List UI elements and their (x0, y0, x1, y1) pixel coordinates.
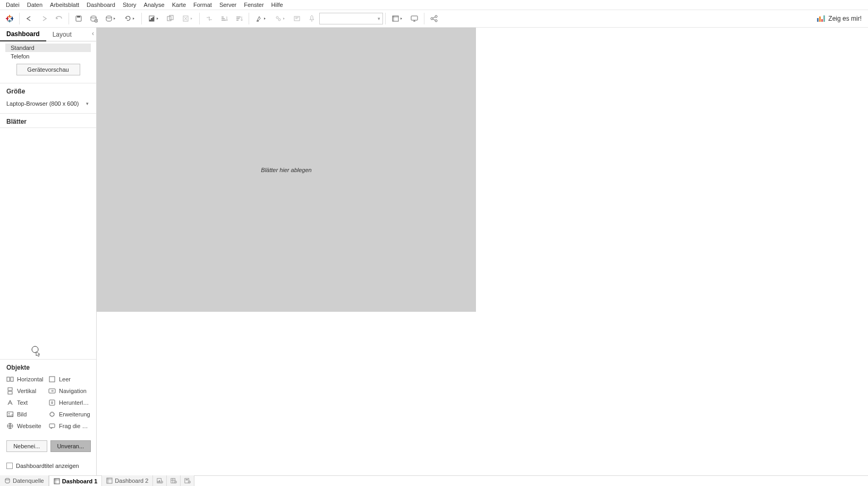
undo-icon[interactable] (22, 11, 37, 26)
object-herunterladen[interactable]: Herunterla... (48, 398, 91, 407)
tableau-logo-icon[interactable] (2, 11, 17, 26)
pin-icon[interactable] (304, 11, 319, 26)
menu-karte[interactable]: Karte (168, 1, 190, 8)
new-story-tab[interactable] (181, 475, 194, 486)
object-label: Frag die D... (59, 423, 91, 429)
dashboard-canvas[interactable]: Blätter hier ablegen (97, 28, 476, 312)
device-telefon[interactable]: Telefon (5, 52, 91, 61)
menu-hilfe[interactable]: Hilfe (268, 1, 287, 8)
tab-layout[interactable]: Layout (46, 28, 78, 41)
svg-rect-38 (819, 16, 821, 22)
separator (19, 13, 20, 24)
redo-icon[interactable] (37, 11, 52, 26)
object-frag-die-daten[interactable]: Frag die D... (48, 421, 91, 431)
menu-daten[interactable]: Daten (23, 1, 46, 8)
object-label: Text (17, 399, 28, 406)
clear-icon[interactable] (178, 11, 197, 26)
highlight-icon[interactable] (251, 11, 270, 26)
floating-button[interactable]: Unveran... (50, 440, 91, 452)
device-preview-list: Standard Telefon Gerätevorschau (0, 41, 96, 83)
size-dropdown[interactable]: Laptop-Browser (800 x 600) ▾ (6, 98, 91, 109)
vertical-layout-icon (6, 387, 14, 395)
presentation-mode-icon[interactable] (407, 11, 422, 26)
share-icon[interactable] (427, 11, 441, 26)
menu-dashboard[interactable]: Dashboard (83, 1, 119, 8)
object-navigation[interactable]: Navigation (48, 386, 91, 396)
svg-rect-22 (222, 20, 226, 21)
separator (424, 13, 424, 24)
tab-dashboard[interactable]: Dashboard (0, 28, 46, 41)
show-me-button[interactable]: Zeig es mir! (812, 15, 866, 22)
show-dashboard-title-checkbox[interactable]: Dashboardtitel anzeigen (0, 457, 96, 475)
tiled-button[interactable]: Nebenei... (6, 440, 47, 452)
tab-dashboard-2[interactable]: Dashboard 2 (102, 475, 153, 486)
group-icon[interactable] (270, 11, 290, 26)
sidebar-tabs: Dashboard Layout ‹ (0, 28, 96, 41)
separator (385, 13, 386, 24)
object-label: Erweiterung (59, 411, 90, 417)
fit-dropdown[interactable]: ▾ (319, 13, 383, 24)
svg-rect-51 (49, 424, 55, 428)
size-heading: Größe (0, 83, 96, 97)
new-worksheet-tab[interactable] (153, 475, 167, 486)
tab-label: Dashboard 2 (115, 478, 148, 484)
objects-section: Objekte Horizontal Leer Vertikal Navigat… (0, 359, 96, 457)
object-text[interactable]: Text (6, 398, 45, 407)
separator (249, 13, 249, 24)
svg-rect-16 (152, 17, 154, 21)
menu-story[interactable]: Story (119, 1, 140, 8)
object-label: Navigation (59, 388, 87, 394)
object-erweiterung[interactable]: Erweiterung (48, 410, 91, 419)
device-preview-button[interactable]: Gerätevorschau (16, 64, 80, 75)
tab-data-source[interactable]: Datenquelle (0, 475, 49, 486)
refresh-icon[interactable] (120, 11, 139, 26)
object-label: Horizontal (17, 376, 44, 382)
show-mark-labels-icon[interactable] (290, 11, 304, 26)
svg-rect-58 (107, 478, 112, 480)
svg-point-36 (435, 20, 437, 22)
revert-icon[interactable] (52, 11, 66, 26)
menu-fenster[interactable]: Fenster (240, 1, 267, 8)
svg-rect-21 (222, 18, 225, 19)
new-worksheet-icon[interactable] (144, 11, 163, 26)
svg-rect-66 (185, 479, 188, 480)
ask-data-icon (48, 422, 56, 430)
menu-server[interactable]: Server (216, 1, 240, 8)
web-icon (6, 422, 14, 430)
show-cards-icon[interactable] (388, 11, 407, 26)
svg-point-34 (431, 18, 433, 20)
menu-datei[interactable]: Datei (2, 1, 23, 8)
object-horizontal[interactable]: Horizontal (6, 374, 45, 384)
tab-dashboard-1[interactable]: Dashboard 1 (49, 475, 103, 486)
object-bild[interactable]: Bild (6, 410, 45, 419)
menu-bar: Datei Daten Arbeitsblatt Dashboard Story… (0, 0, 868, 10)
menu-format[interactable]: Format (190, 1, 216, 8)
object-leer[interactable]: Leer (48, 374, 91, 384)
collapse-sidebar-icon[interactable]: ‹ (92, 30, 94, 37)
svg-rect-7 (12, 17, 13, 21)
new-dashboard-tab[interactable] (167, 475, 181, 486)
canvas-wrapper: Blätter hier ablegen (97, 28, 868, 475)
separator (69, 13, 69, 24)
pause-auto-updates-icon[interactable] (101, 11, 120, 26)
duplicate-icon[interactable] (163, 11, 178, 26)
menu-arbeitsblatt[interactable]: Arbeitsblatt (46, 1, 83, 8)
objects-heading: Objekte (6, 364, 91, 371)
dashboard-tab-icon (106, 478, 113, 484)
object-vertikal[interactable]: Vertikal (6, 386, 45, 396)
new-data-source-icon[interactable] (86, 11, 101, 26)
object-webseite[interactable]: Webseite (6, 421, 45, 431)
device-standard[interactable]: Standard (5, 44, 91, 52)
sort-asc-icon[interactable] (217, 11, 232, 26)
canvas-placeholder: Blätter hier ablegen (261, 167, 311, 173)
menu-analyse[interactable]: Analyse (140, 1, 168, 8)
tab-label: Dashboard 1 (62, 478, 98, 484)
swap-rows-cols-icon[interactable] (202, 11, 217, 26)
object-label: Herunterla... (59, 399, 91, 406)
svg-point-52 (5, 479, 10, 480)
sheets-heading: Blätter (0, 113, 96, 127)
save-icon[interactable] (71, 11, 86, 26)
dashboard-tab-icon (54, 478, 60, 484)
sort-desc-icon[interactable] (232, 11, 246, 26)
separator (199, 13, 200, 24)
